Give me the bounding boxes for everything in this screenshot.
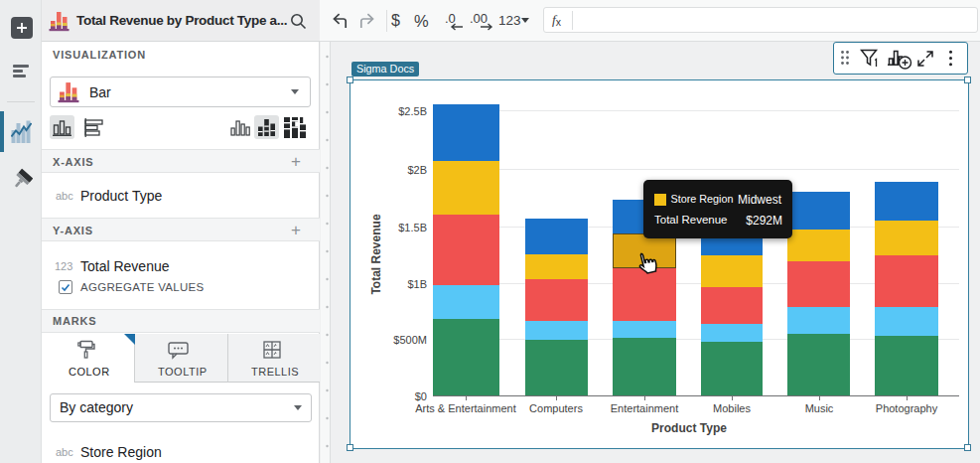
svg-text:.00: .00 xyxy=(470,11,488,26)
svg-text:.0: .0 xyxy=(445,11,456,26)
